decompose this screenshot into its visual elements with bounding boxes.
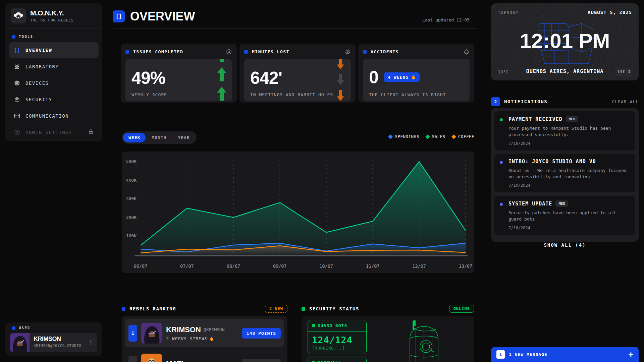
svg-text:10/07: 10/07 bbox=[319, 263, 333, 269]
nut-icon[interactable] bbox=[226, 49, 232, 55]
stat-card-issues-completed: ISSUES COMPLETED 49% WEEKLY SCOPE bbox=[121, 44, 237, 103]
card-square-icon bbox=[302, 307, 305, 311]
sidebar: M.O.N.K.Y. THE OS FOR REBELS TOOLS [] OV… bbox=[5, 3, 102, 141]
notifications-title: NOTIFICATIONS bbox=[504, 99, 547, 104]
status-dot-icon bbox=[500, 161, 503, 164]
svg-text:12/07: 12/07 bbox=[412, 263, 426, 269]
clock-date: AUGUST 5, 2025 bbox=[588, 10, 632, 15]
sidebar-item-devices[interactable]: DEVICES bbox=[9, 75, 99, 91]
notification-body: Your payment to Rampant Studio has been … bbox=[508, 125, 629, 138]
notification-intro[interactable]: INTRO: JOYCO STUDIO AND V0 About us - We… bbox=[494, 154, 635, 193]
new-message-bar[interactable]: 1 1 NEW MESSAGE + bbox=[491, 347, 639, 362]
monkey-logo-icon bbox=[11, 8, 26, 23]
kebab-menu-icon[interactable]: ⋮ bbox=[88, 339, 94, 346]
svg-text:400K: 400K bbox=[126, 178, 137, 183]
user-card[interactable]: KRIMSON KRIMSON@JOYCO.STUDIO ⋮ bbox=[10, 333, 97, 352]
security-status-panel: GUARD BOTS 124/124 [RUNNING...] FIREWALL bbox=[302, 316, 474, 362]
section-square-icon bbox=[12, 326, 15, 330]
online-status-badge: ONLINE bbox=[449, 305, 474, 313]
stat-body: 0 4 WEEKS THE CLIENT ALWAYS IS RIGHT bbox=[363, 59, 470, 101]
chart-legend: SPENDINGS SALES COFFEE bbox=[389, 134, 474, 139]
user-section-label: USER bbox=[10, 326, 97, 330]
stat-value: 642' bbox=[250, 68, 282, 88]
atom-icon bbox=[13, 63, 21, 70]
notification-title: INTRO: JOYCO STUDIO AND V0 bbox=[508, 159, 596, 165]
message-text: 1 NEW MESSAGE bbox=[509, 352, 547, 357]
main-header: [] OVERVIEW Last updated 12:05 bbox=[113, 4, 478, 29]
rebel-name: MATI bbox=[166, 360, 183, 362]
svg-text:100K: 100K bbox=[126, 233, 137, 238]
sidebar-item-admin-settings[interactable]: ADMIN SETTINGS bbox=[9, 124, 99, 140]
stat-title: ISSUES COMPLETED bbox=[133, 49, 222, 54]
sidebar-item-overview[interactable]: [] OVERVIEW bbox=[9, 42, 99, 58]
rebel-handle: @KRIMSON bbox=[204, 327, 225, 332]
nut-icon bbox=[13, 129, 21, 136]
lock-icon bbox=[88, 129, 94, 136]
app-name: M.O.N.K.Y. bbox=[30, 9, 74, 17]
app-tagline: THE OS FOR REBELS bbox=[30, 18, 74, 22]
rank-badge: 1 bbox=[128, 325, 137, 342]
user-email: KRIMSON@JOYCO.STUDIO bbox=[34, 344, 93, 348]
guard-bot-wireframe bbox=[394, 318, 454, 362]
sidebar-item-security[interactable]: SECURITY bbox=[9, 92, 99, 107]
svg-text:08/07: 08/07 bbox=[227, 263, 240, 269]
section-square-icon bbox=[12, 35, 15, 39]
stat-subtitle: THE CLIENT ALWAYS IS RIGHT bbox=[369, 92, 446, 97]
stat-subtitle: IN MEETINGS AND RABBIT HOLES bbox=[250, 92, 333, 97]
sidebar-item-communication[interactable]: COMMUNICATION bbox=[9, 108, 99, 124]
user-panel: USER KRIMSON KRIMSON@JOYCO.STUDIO ⋮ bbox=[5, 322, 102, 356]
utc-offset-badge: UTC-3 bbox=[615, 68, 633, 76]
firewall-box: FIREWALL bbox=[308, 357, 367, 362]
chip-icon[interactable] bbox=[344, 49, 351, 55]
sidebar-item-label: DEVICES bbox=[25, 80, 49, 86]
mail-icon bbox=[13, 113, 21, 119]
trend-up-arrows-icon bbox=[214, 59, 229, 101]
burst-icon[interactable] bbox=[463, 49, 470, 55]
sidebar-item-label: SECURITY bbox=[25, 97, 52, 102]
legend-sales: SALES bbox=[426, 134, 445, 139]
notification-system-update[interactable]: SYSTEM UPDATE MED Security patches have … bbox=[494, 196, 635, 235]
tools-section-label: TOOLS bbox=[5, 32, 102, 42]
svg-text:300K: 300K bbox=[126, 196, 137, 201]
rebels-ranking-header: REBELS RANKING 2 NEW bbox=[122, 304, 287, 314]
stat-card-minutes-lost: MINUTES LOST 642' IN MEETINGS AND RABBIT… bbox=[239, 44, 356, 103]
sidebar-item-label: COMMUNICATION bbox=[25, 113, 69, 119]
chip-icon bbox=[13, 80, 21, 86]
sidebar-item-label: ADMIN SETTINGS bbox=[25, 130, 72, 135]
notification-date: 7/10/2024 bbox=[508, 183, 630, 188]
sidebar-item-label: OVERVIEW bbox=[25, 48, 52, 53]
rebel-name: KRIMSON bbox=[166, 325, 201, 334]
flame-icon bbox=[411, 74, 416, 80]
stat-body: 642' IN MEETINGS AND RABBIT HOLES bbox=[244, 59, 351, 101]
plus-icon[interactable]: + bbox=[629, 350, 633, 359]
card-square-icon bbox=[244, 50, 248, 54]
new-count-badge: 2 NEW bbox=[265, 305, 287, 313]
show-all-button[interactable]: SHOW ALL (4) bbox=[494, 238, 635, 250]
app-logo-row: M.O.N.K.Y. THE OS FOR REBELS bbox=[5, 3, 102, 28]
stat-card-accidents: ACCIDENTS 0 4 WEEKS THE CLIENT ALWAYS IS… bbox=[358, 44, 474, 103]
spendings-sales-chart: 100K200K300K400K500K06/0707/0708/0709/07… bbox=[122, 152, 474, 273]
user-info: KRIMSON KRIMSON@JOYCO.STUDIO ⋮ bbox=[30, 333, 97, 352]
tab-week[interactable]: WEEK bbox=[123, 133, 146, 142]
tab-month[interactable]: MONTH bbox=[146, 133, 172, 142]
ranking-row-1[interactable]: 1 KRIMSON @KRIMSON 2 WEEKS STREAK 148 PO… bbox=[125, 319, 284, 347]
notification-title: SYSTEM UPDATE bbox=[508, 201, 552, 207]
rank-badge: 2 bbox=[128, 356, 137, 362]
flame-icon bbox=[210, 336, 214, 341]
stat-body: 49% WEEKLY SCOPE bbox=[125, 59, 232, 101]
clear-all-button[interactable]: CLEAR ALL bbox=[612, 99, 639, 104]
card-square-icon bbox=[125, 50, 129, 54]
avatar bbox=[141, 323, 162, 344]
legend-spendings: SPENDINGS bbox=[389, 134, 419, 139]
priority-tag: MED bbox=[555, 200, 568, 207]
ranking-row-2[interactable]: 2 MATI @MATI 129 POINTS bbox=[125, 350, 284, 362]
avatar bbox=[141, 354, 162, 362]
user-name: KRIMSON bbox=[34, 336, 93, 343]
notification-payment-received[interactable]: PAYMENT RECEIVED MED Your payment to Ram… bbox=[494, 111, 635, 150]
sidebar-item-laboratory[interactable]: LABORATORY bbox=[9, 59, 99, 74]
card-square-icon bbox=[363, 50, 367, 54]
status-dot-icon bbox=[500, 203, 503, 206]
notification-date: 7/10/2024 bbox=[508, 141, 630, 146]
avatar bbox=[10, 333, 30, 352]
tab-year[interactable]: YEAR bbox=[172, 133, 195, 142]
